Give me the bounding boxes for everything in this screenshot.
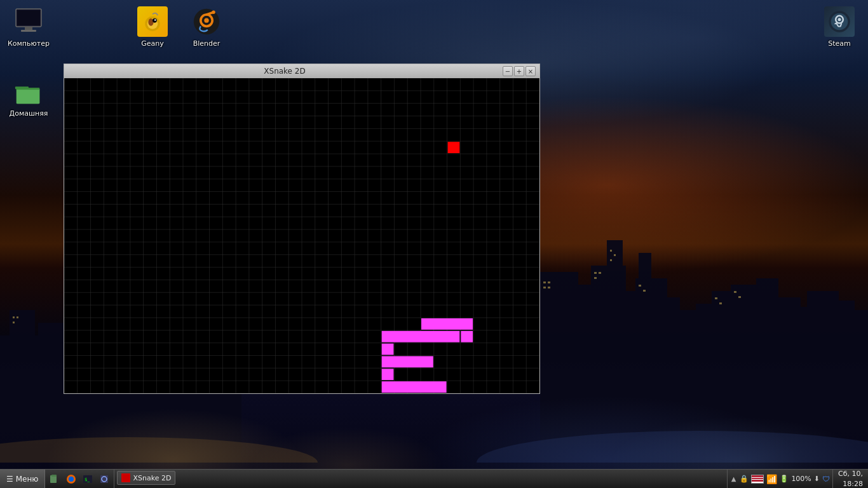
geany-icon xyxy=(137,6,168,37)
quick-launch: $_ xyxy=(45,470,114,488)
desktop-icon-blender[interactable]: Blender xyxy=(184,6,229,48)
quick-launch-extra[interactable] xyxy=(97,471,112,487)
systray: ▲ 🔒 📶 🔋 100% ⬇ 🛡 xyxy=(727,470,832,488)
blender-icon xyxy=(191,6,222,37)
lock-icon[interactable]: 🔒 xyxy=(740,475,749,483)
steam-icon xyxy=(824,6,855,37)
computer-icon xyxy=(13,6,44,37)
taskbar-xsnake-button[interactable]: XSnake 2D xyxy=(117,471,175,485)
svg-text:$_: $_ xyxy=(85,477,90,482)
close-button[interactable]: × xyxy=(526,66,536,76)
systray-arrow[interactable]: ▲ xyxy=(730,475,738,482)
clock-day: Сб, 10, xyxy=(838,469,863,478)
computer-icon-label: Компьютер xyxy=(8,39,50,48)
svg-rect-74 xyxy=(17,88,39,90)
keyboard-layout-flag[interactable] xyxy=(751,475,764,484)
game-grid xyxy=(64,78,539,393)
xsnake-taskbar-icon xyxy=(121,473,130,482)
maximize-button[interactable]: + xyxy=(514,66,524,76)
minimize-button[interactable]: − xyxy=(503,66,513,76)
taskbar-clock[interactable]: Сб, 10, 18:28 xyxy=(832,469,868,488)
blender-icon-label: Blender xyxy=(193,39,220,48)
quick-launch-firefox[interactable] xyxy=(64,471,79,487)
home-icon-label: Домашняя xyxy=(10,109,48,118)
battery-icon[interactable]: 🔋 xyxy=(780,475,789,483)
svg-rect-60 xyxy=(21,30,36,32)
quick-launch-files[interactable] xyxy=(47,471,62,487)
menu-label: Меню xyxy=(16,475,39,484)
svg-rect-59 xyxy=(25,27,32,30)
svg-point-77 xyxy=(838,18,841,21)
steam-icon-label: Steam xyxy=(828,39,851,48)
wifi-icon[interactable]: 📶 xyxy=(766,474,777,484)
svg-point-65 xyxy=(154,19,156,21)
download-icon[interactable]: ⬇ xyxy=(814,475,820,483)
quick-launch-terminal[interactable]: $_ xyxy=(80,471,95,487)
xsnake-titlebar[interactable]: XSnake 2D − + × xyxy=(64,64,539,78)
game-canvas[interactable] xyxy=(64,78,539,393)
xsnake-taskbar-label: XSnake 2D xyxy=(133,474,171,482)
xsnake-title: XSnake 2D xyxy=(68,67,501,76)
svg-point-70 xyxy=(212,11,215,14)
battery-percent: 100% xyxy=(791,475,811,483)
svg-rect-58 xyxy=(17,10,40,25)
shield-icon[interactable]: 🛡 xyxy=(822,475,830,484)
svg-rect-72 xyxy=(17,89,39,104)
taskbar-windows: XSnake 2D xyxy=(114,470,726,488)
taskbar-menu-button[interactable]: Меню xyxy=(0,470,45,488)
desktop-icon-geany[interactable]: Geany xyxy=(130,6,175,48)
clock-time: 18:28 xyxy=(838,479,863,489)
taskbar: Меню $_ xyxy=(0,469,868,488)
desktop-icon-home[interactable]: Домашняя xyxy=(6,76,51,118)
svg-point-82 xyxy=(69,477,74,482)
svg-point-68 xyxy=(204,18,208,23)
svg-rect-80 xyxy=(51,475,57,477)
xsnake-window: XSnake 2D − + × xyxy=(64,64,540,394)
home-folder-icon xyxy=(13,76,44,107)
desktop-icon-computer[interactable]: Компьютер xyxy=(6,6,51,48)
desktop-icon-steam[interactable]: Steam xyxy=(817,6,862,48)
geany-icon-label: Geany xyxy=(141,39,164,48)
